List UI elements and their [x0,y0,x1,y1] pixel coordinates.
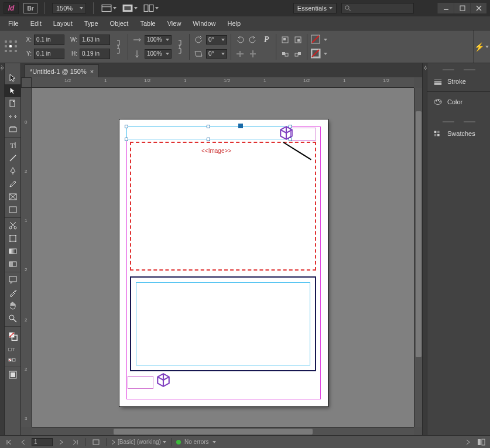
direct-selection-tool[interactable] [5,84,21,97]
constrain-wh-icon[interactable] [114,42,124,52]
reference-point-grid[interactable] [4,39,19,54]
view-mode-button[interactable] [5,368,21,381]
screen-mode-button[interactable] [122,2,138,14]
ruler-origin[interactable] [21,77,32,88]
panel-stroke[interactable]: Stroke [427,73,490,90]
page[interactable]: <<Image>> [119,119,328,406]
h-field[interactable]: 0.19 in [80,49,110,59]
chevron-down-icon[interactable] [324,39,327,41]
next-page-button[interactable] [56,437,67,447]
shear-field[interactable]: 0° [206,49,227,59]
color-apply-row[interactable]: T [5,344,21,355]
first-page-button[interactable] [4,437,14,447]
rotate-ccw-icon[interactable] [235,35,245,45]
maximize-button[interactable] [454,3,470,13]
rectangle-frame-tool[interactable] [5,190,21,203]
workspace-switcher[interactable]: Essentials [293,3,337,13]
rectangle-tool[interactable] [5,203,21,216]
content-collector-tool[interactable] [5,123,21,136]
select-next-icon[interactable] [293,49,303,59]
text-frame[interactable] [136,282,310,365]
scale-y-field[interactable]: 100% [145,49,172,59]
panel-drag-handle[interactable] [427,67,490,73]
type-tool[interactable]: T [5,139,21,152]
chevron-down-icon[interactable] [213,441,216,443]
right-collapse-strip[interactable] [422,63,427,435]
flip-h-icon[interactable] [235,49,245,59]
text-to-path-icon[interactable]: P [261,35,272,45]
menu-edit[interactable]: Edit [25,18,47,29]
zoom-combo[interactable]: 150% [52,3,86,13]
rotation-field[interactable]: 0° [206,35,227,45]
bridge-button[interactable]: Br [23,3,37,13]
left-collapse-strip[interactable] [0,63,5,435]
panel-drag-handle[interactable] [427,119,490,125]
handle-anchor[interactable] [238,124,243,128]
scroll-thumb-h[interactable] [114,429,313,435]
gradient-feather-tool[interactable] [5,258,21,271]
fill-stroke-swap[interactable] [5,328,21,344]
x-field[interactable]: 0.1 in [34,35,64,45]
rotate-cw-icon[interactable] [248,35,258,45]
close-icon[interactable]: × [90,68,94,75]
linked-frame-overset-box[interactable] [290,128,316,141]
page-tool[interactable] [5,97,21,110]
view-options-button[interactable] [101,2,117,14]
menu-help[interactable]: Help [221,18,246,29]
scroll-thumb-v[interactable] [416,111,422,357]
search-field[interactable] [341,3,414,13]
fill-button[interactable] [311,35,321,45]
handle-nw[interactable] [125,125,128,128]
chevron-down-icon[interactable] [324,53,327,55]
pencil-tool[interactable] [5,177,21,190]
page-number-field[interactable]: 1 [32,438,53,446]
constrain-scale-icon[interactable] [175,42,186,52]
handle-n[interactable] [207,125,210,128]
next-spread-button[interactable] [463,437,474,447]
default-fs-row[interactable] [5,355,21,365]
image-frame-dashed[interactable] [130,142,316,271]
menu-type[interactable]: Type [78,18,104,29]
content-grabber-icon[interactable] [279,125,294,141]
gradient-swatch-tool[interactable] [5,245,21,258]
menu-file[interactable]: File [2,18,25,29]
screen-mode-toggle[interactable] [476,437,486,447]
w-field[interactable]: 1.63 in [80,35,110,45]
ruler-horizontal[interactable]: 1/211/211/211/211/21/2 [32,77,414,88]
scissors-tool[interactable] [5,219,21,232]
menu-window[interactable]: Window [187,18,221,29]
panel-swatches[interactable]: Swatches [427,125,490,142]
stroke-button[interactable] [311,49,321,59]
note-tool[interactable] [5,273,21,286]
zoom-tool[interactable] [5,312,21,325]
handle-sw[interactable] [125,138,128,141]
free-transform-tool[interactable] [5,232,21,245]
scrollbar-horizontal[interactable] [32,427,414,435]
select-container-icon[interactable] [280,35,290,45]
handle-s[interactable] [207,138,210,141]
selection-tool[interactable] [5,71,21,84]
close-button[interactable] [470,3,486,13]
flip-v-icon[interactable] [248,49,258,59]
select-prev-icon[interactable] [280,49,290,59]
panel-color[interactable]: Color [427,93,490,111]
document-tab[interactable]: *Untitled-1 @ 150% × [25,64,99,77]
scale-x-field[interactable]: 100% [145,35,172,45]
last-page-button[interactable] [70,437,81,447]
line-tool[interactable] [5,152,21,165]
scrollbar-vertical[interactable] [414,88,422,427]
control-bar-flyout[interactable]: ⚡ [476,34,486,60]
pen-tool[interactable] [5,165,21,177]
preflight-status[interactable]: No errors [184,439,209,445]
prev-page-button[interactable] [18,437,28,447]
select-content-icon[interactable] [293,35,303,45]
eyedropper-tool[interactable] [5,286,21,299]
ruler-vertical[interactable]: 0212223 [21,88,32,427]
menu-table[interactable]: Table [134,18,161,29]
menu-layout[interactable]: Layout [47,18,78,29]
master-name[interactable]: [Basic] (working) [111,439,166,445]
y-field[interactable]: 0.1 in [34,49,64,59]
minimize-button[interactable] [437,3,454,13]
content-grabber-icon-2[interactable] [156,372,171,388]
open-in-bridge-button[interactable] [91,437,101,447]
